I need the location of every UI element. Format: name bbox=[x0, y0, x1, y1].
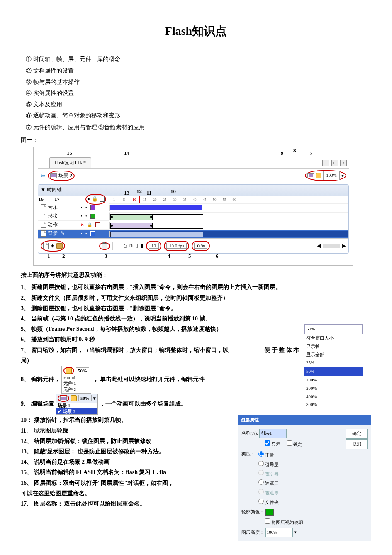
close-button[interactable]: × bbox=[340, 160, 347, 166]
zoom-option[interactable]: 25% bbox=[304, 359, 363, 367]
layer-row-bg[interactable]: 背景 ✎ •• bbox=[38, 229, 109, 238]
symbol-picker-inline: 50% round 元件 1 元件 2 bbox=[61, 366, 91, 394]
track-shape[interactable] bbox=[109, 213, 348, 220]
lock-label: 锁定 bbox=[293, 442, 302, 447]
layer-height-select[interactable]: 100% bbox=[265, 528, 293, 537]
ruler-tick: 45 bbox=[200, 196, 209, 203]
visibility-column-icon[interactable]: ● bbox=[87, 195, 90, 204]
new-layer-button[interactable] bbox=[43, 243, 49, 249]
zoom-option[interactable]: 显示全部 bbox=[304, 351, 363, 359]
track-bg[interactable] bbox=[109, 231, 348, 237]
symbol-name: round bbox=[63, 374, 89, 380]
layer-icon bbox=[41, 213, 46, 219]
edit-symbol-icon[interactable] bbox=[66, 368, 72, 374]
intro-item: ① 时间轴、帧、层、元件、库的概念 bbox=[26, 54, 371, 64]
inline-zoom: 50% bbox=[76, 367, 89, 374]
edit-symbol-icon[interactable] bbox=[316, 173, 321, 178]
zoom-dropdown[interactable]: 50% 符合窗口大小 显示帧 显示全部 25% 50% 100% 200% 40… bbox=[304, 324, 363, 409]
document-tab[interactable]: flash复习1.fla* bbox=[49, 157, 91, 169]
layer-row-music[interactable]: 音乐 •• bbox=[38, 203, 109, 212]
callout-15: 15 bbox=[67, 148, 72, 158]
zoom-option-selected[interactable]: 50% bbox=[304, 367, 363, 376]
explain-8-post: ， 单击此处可以快速地打开元件，编辑元件 bbox=[93, 376, 205, 382]
type-radio-folder[interactable] bbox=[258, 499, 264, 504]
explain-8-pre: 8、 编辑元件， bbox=[21, 376, 60, 382]
edit-scene-icon[interactable] bbox=[307, 173, 314, 178]
symbol-item[interactable]: 元件 2 bbox=[63, 386, 89, 392]
restore-button[interactable]: □ bbox=[331, 160, 338, 166]
edit-multiple-icon[interactable]: ▮ bbox=[141, 242, 144, 251]
explain-item: 1、 新建图层按钮，也可以直接右击图层，"插入图层"命令，则会在右击的图层的上方… bbox=[21, 282, 371, 292]
ruler-tick: 60 bbox=[229, 196, 239, 203]
layer-row-action[interactable]: 动作 ✕🔒 bbox=[38, 220, 109, 229]
outline-column-icon[interactable] bbox=[100, 197, 105, 202]
new-guide-button[interactable]: ✦ bbox=[50, 241, 55, 251]
ruler-tick: 50 bbox=[209, 196, 219, 203]
type-radio-mask[interactable] bbox=[258, 479, 264, 485]
layer-row-shape[interactable]: 形状 •• bbox=[38, 212, 109, 220]
layer-icon bbox=[41, 222, 46, 228]
dropdown-icon[interactable]: ▾ bbox=[341, 171, 344, 181]
callout-13: 13 bbox=[124, 188, 129, 198]
callout-12: 12 bbox=[136, 186, 142, 196]
delete-layer-button[interactable] bbox=[102, 243, 107, 249]
layer-name: 背景 bbox=[48, 229, 58, 238]
layer-name-input[interactable]: 图层1 bbox=[259, 429, 287, 438]
onion-outline-icon[interactable]: ▯ bbox=[135, 242, 138, 251]
new-folder-button[interactable] bbox=[56, 243, 63, 249]
explain-item: 2、 新建文件夹（图层很多时，可用文件夹来组织图层，使时间轴面板更加整齐） bbox=[21, 293, 371, 303]
callout-16: 16 bbox=[38, 194, 44, 204]
callout-4: 4 bbox=[168, 251, 170, 261]
zoom-option[interactable]: 100% bbox=[304, 376, 363, 384]
elapsed-readout: 0.9s bbox=[194, 243, 207, 249]
symbol-item[interactable]: 元件 1 bbox=[63, 380, 89, 386]
type-radio-guide[interactable] bbox=[258, 461, 264, 466]
timeline-label: ▼ 时间轴 bbox=[41, 186, 62, 195]
explain-9-pre: 9、 编辑场景 bbox=[21, 401, 54, 407]
outline-color-swatch[interactable] bbox=[265, 509, 274, 516]
zoom-option[interactable]: 400% bbox=[304, 393, 363, 401]
show-checkbox[interactable] bbox=[265, 440, 270, 446]
lock-checkbox[interactable] bbox=[287, 440, 292, 446]
scene-picker-inline: 50%▾ 场景 1 ✔场景 2 bbox=[56, 394, 98, 415]
zoom-option[interactable]: 显示帧 bbox=[304, 342, 363, 351]
callout-10: 10 bbox=[170, 186, 176, 196]
zoom-option[interactable]: 800% bbox=[304, 401, 363, 409]
edit-scene-icon[interactable] bbox=[60, 396, 67, 401]
playhead[interactable]: 10 bbox=[129, 196, 140, 203]
scroll-left-icon[interactable]: ◀ bbox=[317, 242, 321, 251]
lock-column-icon[interactable]: 🔒 bbox=[92, 195, 98, 204]
scene-item[interactable]: 场景 1 bbox=[56, 403, 97, 408]
minimize-button[interactable]: _ bbox=[322, 160, 329, 166]
scene-item-selected[interactable]: ✔场景 2 bbox=[56, 408, 97, 414]
ok-button[interactable]: 确定 bbox=[346, 429, 368, 439]
callout-2: 2 bbox=[62, 251, 65, 261]
back-arrow-icon[interactable]: ⇦ bbox=[40, 171, 45, 181]
track-action[interactable] bbox=[109, 222, 348, 229]
explain-header: 按上面的序号讲解其意思及功能： bbox=[21, 270, 371, 280]
show-label: 显示 bbox=[271, 442, 280, 447]
as-outline-label: 将图层视为轮廓 bbox=[271, 520, 303, 525]
intro-item: ⑤ 文本及应用 bbox=[26, 99, 371, 110]
type-radio-normal[interactable] bbox=[258, 451, 264, 457]
as-outline-checkbox[interactable] bbox=[265, 518, 270, 524]
zoom-select[interactable]: 100% bbox=[323, 171, 340, 180]
track-music[interactable] bbox=[109, 205, 348, 211]
onion-skin-icon[interactable]: ⎙ bbox=[124, 242, 127, 251]
callout-6: 6 bbox=[216, 251, 219, 261]
zoom-option[interactable]: 符合窗口大小 bbox=[304, 334, 363, 342]
zoom-option[interactable]: 200% bbox=[304, 384, 363, 393]
dialog-title: 图层属性 bbox=[238, 415, 371, 425]
scroll-right-icon[interactable]: ▶ bbox=[342, 242, 346, 251]
cancel-button[interactable]: 取消 bbox=[346, 439, 368, 449]
ruler-tick: 55 bbox=[219, 196, 229, 203]
layer-icon bbox=[41, 230, 46, 237]
current-frame-readout: 10 bbox=[149, 243, 159, 249]
frame-ruler[interactable]: 1 5 10 15 20 25 30 35 40 45 50 55 60 bbox=[109, 196, 348, 203]
intro-item: ⑦ 元件的编辑、应用与管理 ⑧音频素材的应用 bbox=[26, 122, 371, 132]
center-frame-icon[interactable]: ⧉ bbox=[129, 242, 133, 251]
callout-17: 17 bbox=[54, 194, 60, 204]
edit-symbol-icon[interactable] bbox=[71, 395, 77, 401]
scene-crumb[interactable]: 场景 2 bbox=[48, 171, 75, 181]
intro-item: ⑥ 逐帧动画、简单对象的移动和变形 bbox=[26, 110, 371, 121]
